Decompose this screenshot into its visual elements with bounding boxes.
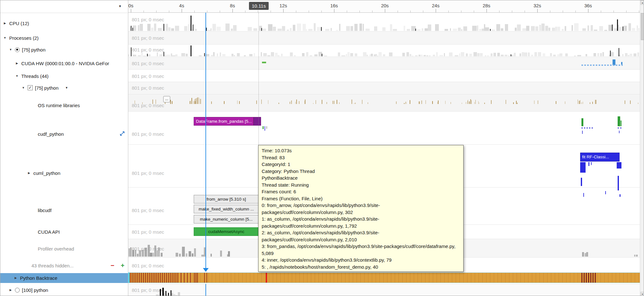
row-separator [128,82,640,82]
sidebar-item-label: cudf_python [38,131,64,137]
scrollbar-thumb[interactable] [641,13,644,40]
tick-label: 8s [230,3,235,8]
expand-right-icon[interactable] [14,276,18,279]
backtrace-red-stripes [128,273,179,283]
event-label: from_arrow [5.310 s] [194,195,258,203]
scroll-up-button[interactable] [641,0,644,5]
python100-histogram [128,285,639,296]
sidebar-item-label: cuml_python [33,170,60,176]
expand-right-icon[interactable] [15,62,19,65]
event-segment [253,117,261,125]
sidebar-item-python-backtrace[interactable]: Python Backtrace [14,274,57,282]
row-separator [128,31,640,31]
sidebar-item-threads[interactable]: Threads (44) [15,72,49,80]
cudf-dash-row [618,127,623,128]
collapse-down-icon[interactable] [21,86,25,89]
sidebar-item-cuda-hw[interactable]: CUDA HW (0000:01:00.0 - NVIDIA GeFor [15,59,109,67]
event-label: cudaMemsetAsync [194,228,258,236]
time-marker-badge[interactable]: 10.11s [249,2,269,10]
python-backtrace-strip[interactable] [128,272,640,283]
expand-right-icon[interactable] [3,22,7,25]
sidebar-item-os-runtime-libraries[interactable]: OS runtime libraries [38,101,80,109]
row-size-label: 801 px; 0 msec [132,131,164,137]
major-tick [537,9,538,12]
dropdown-caret-icon[interactable] [118,4,122,8]
backtrace-red-stripes [204,273,207,283]
sidebar-item-label: Threads (44) [21,73,49,79]
tooltip-line: CategoryId: 1 [262,161,460,168]
tick-label: 20s [381,3,389,8]
sidebar-item-cpu[interactable]: CPU (12) [3,19,29,27]
sidebar-item-label: Profiler overhead [38,246,74,251]
major-tick [486,9,487,12]
timeline-cursor-arrow[interactable] [203,268,209,272]
major-tick [436,9,436,12]
tooltip-line: 0: from_arrow, /opt/conda/envs/rapids/li… [262,202,460,216]
event-dataframe-from-pandas[interactable]: DataFrame.from_pandas [5... [194,117,261,126]
sidebar-item-python-75-process[interactable]: [75] python [9,45,45,54]
row-size-label: 801 px; 0 msec [132,170,164,176]
collapse-down-icon[interactable] [15,74,19,78]
vertical-scrollbar[interactable] [640,0,644,296]
sidebar-item-label: [75] python [22,47,45,52]
collapse-down-icon[interactable] [9,48,13,51]
sidebar-item-label: OS runtime libraries [38,103,80,108]
tooltip-line: Time: 10.073s [262,147,460,154]
tooltip-line: 1: as_column, /opt/conda/envs/rapids/lib… [262,216,460,229]
event-label: make_numeric_column [5... [194,215,258,223]
timeline-cursor-line[interactable] [205,13,206,268]
tooltip-line: 5: , /rapids/notebooks/host/random_fores… [262,264,460,271]
expand-right-icon[interactable] [9,288,13,292]
timeline-row-shade [128,31,640,44]
backtrace-red-marker [266,273,267,283]
row-separator [128,111,640,112]
major-tick [385,9,385,12]
timeline-view-dropdown[interactable] [0,0,128,13]
row-separator [128,69,640,70]
radio-selected-icon[interactable] [15,47,20,52]
os-runtime-more-button[interactable]: ... [163,96,170,102]
row-size-label: 801 px; 0 msec [132,85,164,91]
row-size-label: 801 px; 0 msec [132,61,164,66]
tick-label: 36s [584,3,592,8]
sidebar-item-label: CUDA API [38,229,60,235]
collapse-down-icon[interactable] [3,36,7,39]
expand-right-icon[interactable] [27,171,31,175]
sidebar-item-cuda-api[interactable]: CUDA API [38,228,60,236]
tooltip-line: Thread: 83 [262,154,460,161]
row-size-label: 801 px; 0 msec [132,208,164,213]
checkbox-checked-icon[interactable] [28,85,33,90]
sidebar-item-processes[interactable]: Processes (2) [3,34,39,42]
tooltip-line: 4: inner, /opt/conda/envs/rapids/lib/pyt… [262,257,460,264]
event-label: make_fixed_width_column ... [194,205,258,213]
row-separator [128,284,640,284]
major-tick [334,9,334,12]
time-ruler[interactable]: 0s 4s 8s 12s 16s 20s 24s 28s 32s 36s [128,0,640,13]
expand-threads-button[interactable]: + [118,261,127,270]
thread-dropdown-caret-icon[interactable] [65,86,68,89]
major-tick [232,9,233,12]
event-fit-rf-classifier[interactable]: fit RF-Classi... [580,153,620,162]
sidebar-item-python-75-thread[interactable]: [75] python [21,84,68,92]
collapse-threads-button[interactable]: − [108,261,117,270]
sidebar-item-cuml-python[interactable]: cuml_python [27,169,60,177]
tooltip-line: PythonBacktrace [262,175,460,182]
row-separator [128,144,640,145]
scroll-down-button[interactable] [641,292,644,296]
tick-label: 12s [279,3,287,8]
cpu-histogram [128,14,639,31]
sidebar-item-cudf-python[interactable]: cudf_python [38,130,64,138]
os-runtime-ticks [128,94,639,104]
expand-row-icon[interactable] [119,130,125,137]
tick-label: 16s [330,3,338,8]
tick-label: 0s [128,3,133,8]
major-tick [182,9,182,12]
sidebar-item-label: [100] python [22,287,48,293]
sidebar-item-profiler-overhead[interactable]: Profiler overhead [38,244,74,253]
timeline-cursor-line [205,284,206,296]
backtrace-red-stripes [581,273,596,283]
radio-unselected-icon[interactable] [15,288,20,293]
sidebar-item-python-100[interactable]: [100] python [9,286,48,294]
sidebar-item-libcudf[interactable]: libcudf [38,206,51,214]
tooltip-line: 2: as_column, /opt/conda/envs/rapids/lib… [262,229,460,243]
